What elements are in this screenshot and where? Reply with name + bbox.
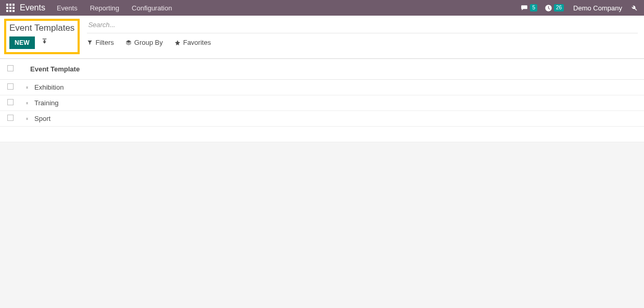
activities-button[interactable]: 26 [545, 4, 564, 12]
filters-label: Filters [95, 39, 113, 46]
new-button[interactable]: NEW [9, 36, 35, 49]
row-checkbox[interactable] [7, 99, 14, 105]
download-icon [41, 38, 48, 45]
row-name: Training [34, 99, 58, 107]
apps-icon[interactable] [6, 4, 15, 12]
control-panel: Event Templates NEW Filters [0, 16, 644, 59]
table-row[interactable]: Sport [0, 111, 644, 127]
star-icon [174, 40, 181, 46]
breadcrumb: Event Templates [9, 23, 74, 33]
app-name[interactable]: Events [20, 3, 45, 13]
nav-menu-configuration[interactable]: Configuration [132, 4, 172, 12]
favorites-button[interactable]: Favorites [174, 39, 211, 46]
row-name: Sport [34, 115, 50, 122]
column-header-name[interactable]: Event Template [26, 65, 80, 73]
table-row[interactable]: Training [0, 95, 644, 111]
export-button[interactable] [41, 38, 48, 46]
select-all-checkbox[interactable] [7, 65, 14, 71]
debug-tools-button[interactable] [629, 4, 638, 12]
row-name: Exhibition [34, 83, 64, 91]
search-input[interactable] [87, 19, 638, 31]
activities-badge: 26 [554, 4, 564, 11]
table-row[interactable]: Exhibition [0, 80, 644, 95]
list-footer [0, 127, 644, 142]
list-view: Event Template Exhibition Training Sport [0, 59, 644, 142]
groupby-button[interactable]: Group By [125, 39, 163, 46]
highlight-annotation: Event Templates NEW [4, 19, 80, 54]
main-navbar: Events Events Reporting Configuration 5 … [0, 0, 644, 16]
filters-button[interactable]: Filters [87, 39, 113, 46]
speech-bubble-icon [520, 4, 528, 11]
clock-icon [545, 4, 552, 12]
funnel-icon [87, 40, 93, 45]
nav-menu-reporting[interactable]: Reporting [90, 4, 119, 12]
messages-button[interactable]: 5 [520, 4, 537, 11]
company-switcher[interactable]: Demo Company [573, 4, 622, 12]
nav-menu-events[interactable]: Events [57, 4, 78, 12]
wrench-icon [629, 4, 638, 12]
company-name: Demo Company [573, 4, 622, 12]
list-header-row: Event Template [0, 59, 644, 80]
row-checkbox[interactable] [7, 83, 14, 90]
row-checkbox[interactable] [7, 115, 14, 121]
groupby-label: Group By [134, 39, 163, 46]
favorites-label: Favorites [183, 39, 211, 46]
layers-icon [125, 40, 132, 46]
messages-badge: 5 [530, 4, 537, 11]
